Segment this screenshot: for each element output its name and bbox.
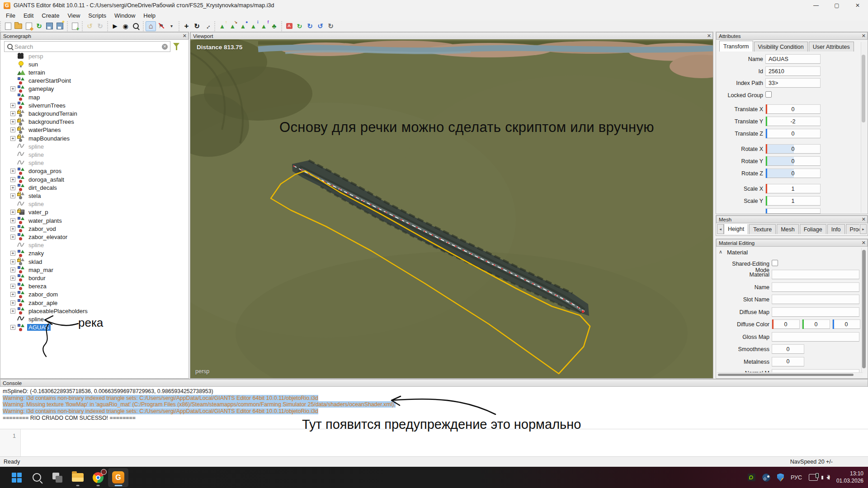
locked-group-checkbox[interactable] [765, 91, 772, 98]
expand-plus-icon[interactable]: + [10, 226, 15, 231]
tree-item-stela[interactable]: +stela [0, 192, 189, 200]
reload-user-button[interactable]: ↺ [315, 21, 326, 31]
expand-plus-icon[interactable]: + [10, 119, 15, 124]
scale-y-field[interactable]: 1 [765, 196, 821, 206]
tree-item-bereza[interactable]: +bereza [0, 282, 189, 291]
expand-plus-icon[interactable]: + [10, 86, 15, 91]
file-explorer-taskbar-button[interactable] [67, 468, 88, 487]
steam-tray-icon[interactable] [762, 474, 770, 482]
expand-plus-icon[interactable]: + [10, 284, 15, 289]
tree-item-gameplay[interactable]: +gameplay [0, 85, 189, 93]
tree-item-water_plants[interactable]: +water_plants [0, 216, 189, 225]
diffuse-color-field-2[interactable]: 0 [832, 319, 860, 329]
expand-plus-icon[interactable]: + [10, 127, 15, 132]
volume-icon[interactable] [826, 475, 830, 480]
security-shield-icon[interactable] [777, 474, 784, 482]
terrain-smooth-button[interactable]: ▲↘ [227, 21, 238, 31]
translate-tool-button[interactable]: + [181, 21, 192, 31]
frame-selected-button[interactable]: ⌂ [146, 21, 156, 31]
scale-z-field[interactable] [765, 208, 821, 214]
expand-plus-icon[interactable]: + [10, 251, 15, 256]
menu-view[interactable]: View [63, 11, 84, 20]
material-vscrollbar[interactable] [861, 248, 867, 374]
reload-button[interactable]: ↻ [34, 21, 44, 31]
menu-window[interactable]: Window [110, 11, 139, 20]
maximize-button[interactable]: ▢ [826, 0, 847, 11]
import-button[interactable] [70, 21, 80, 31]
search-taskbar-button[interactable] [27, 468, 47, 487]
tab-user-attributes[interactable]: User Attributes [809, 42, 854, 52]
tree-item-backgroundTrees[interactable]: +backgroundTrees [0, 118, 189, 126]
scale-tool-button[interactable]: ↔ [202, 21, 212, 31]
chrome-taskbar-button[interactable] [88, 468, 108, 487]
nvidia-tray-icon[interactable] [748, 474, 755, 481]
search-clear-icon[interactable]: ✕ [162, 44, 168, 50]
tree-item-map_mar[interactable]: +map_mar [0, 266, 189, 274]
redo-button[interactable]: ↻ [95, 21, 105, 31]
tree-item-map[interactable]: map [0, 93, 189, 101]
tree-item-spline[interactable]: spline [0, 200, 189, 208]
filter-funnel-icon[interactable] [173, 43, 179, 47]
expand-plus-icon[interactable]: + [10, 267, 15, 272]
clock[interactable]: 13:10 01.03.2026 [836, 470, 863, 484]
attributes-scrollbar[interactable] [861, 42, 866, 213]
network-icon[interactable] [809, 474, 818, 481]
material-field[interactable] [772, 270, 859, 279]
viewport-close-icon[interactable]: ✕ [707, 33, 711, 39]
smoothness-field[interactable]: 0 [772, 344, 804, 354]
new-file-button[interactable] [3, 21, 13, 31]
expand-plus-icon[interactable]: + [10, 276, 15, 281]
viewport-3d-scene[interactable] [190, 39, 713, 378]
expand-plus-icon[interactable]: + [10, 177, 15, 182]
tree-item-vater_p[interactable]: +vater_p [0, 208, 189, 216]
terrain-paint-button[interactable]: ▲● [238, 21, 248, 31]
metalness-field[interactable]: 0 [772, 357, 804, 366]
mesh-tabs-right-arrow[interactable]: ▸ [860, 224, 867, 234]
tree-item-mapBoundaries[interactable]: +mapBoundaries [0, 134, 189, 142]
mesh-close-icon[interactable]: ✕ [862, 216, 866, 222]
expand-plus-icon[interactable]: + [10, 185, 15, 190]
mesh-tab-foliage[interactable]: Foliage [800, 224, 826, 234]
edit-notes-button[interactable] [24, 21, 34, 31]
rotate-tool-button[interactable]: ↻ [192, 21, 202, 31]
tree-item-zabor_vod[interactable]: +zabor_vod [0, 225, 189, 233]
translate-x-field[interactable]: 0 [765, 104, 821, 114]
hide-flags-button[interactable]: ⚑ [156, 21, 166, 31]
expand-plus-icon[interactable]: + [10, 210, 15, 215]
mesh-tab-info[interactable]: Info [827, 224, 845, 234]
mesh-tab-mesh[interactable]: Mesh [777, 224, 799, 234]
start-taskbar-button[interactable] [6, 468, 27, 487]
tree-item-waterPlanes[interactable]: +waterPlanes [0, 126, 189, 134]
tree-item-spline[interactable]: spline [0, 150, 189, 159]
diffuse-map-field[interactable] [772, 307, 859, 317]
mesh-tabs-left-arrow[interactable]: ◂ [717, 224, 724, 234]
scenegraph-close-icon[interactable]: ✕ [183, 33, 187, 39]
tree-item-doroga_pros[interactable]: +doroga_pros [0, 167, 189, 175]
expand-plus-icon[interactable]: + [10, 218, 15, 223]
tree-item-spline[interactable]: spline [0, 142, 189, 150]
play-button[interactable]: ▶ [110, 21, 120, 31]
expand-plus-icon[interactable]: + [10, 325, 15, 330]
name-field[interactable] [772, 282, 859, 292]
expand-plus-icon[interactable]: + [10, 169, 15, 174]
tree-item-backgroundTerrain[interactable]: +backgroundTerrain [0, 109, 189, 117]
save-button[interactable] [44, 21, 55, 31]
giants-editor-taskbar-button[interactable]: G [108, 468, 128, 487]
terrain-foliage-button[interactable]: ▲f [259, 21, 269, 31]
expand-plus-icon[interactable]: + [10, 136, 15, 141]
rotate-x-field[interactable]: 0 [765, 144, 821, 154]
expand-plus-icon[interactable]: + [10, 300, 15, 305]
mesh-tab-procedura[interactable]: Procedura [846, 224, 859, 234]
mesh-tab-height[interactable]: Height [724, 224, 748, 234]
terrain-info-button[interactable]: ▲i [248, 21, 259, 31]
index-path-field[interactable]: 33> [765, 78, 821, 88]
render-toggle-button[interactable]: ◉ [120, 21, 131, 31]
tree-item-careerStartPoint[interactable]: careerStartPoint [0, 77, 189, 85]
rotate-y-field[interactable]: 0 [765, 156, 821, 166]
tree-item-spline[interactable]: spline [0, 159, 189, 167]
tree-item-znaky[interactable]: +znaky [0, 249, 189, 258]
search-input[interactable]: Search ✕ [4, 41, 170, 52]
material-section-row[interactable]: ∧ Material [720, 249, 748, 256]
menu-edit[interactable]: Edit [19, 11, 38, 20]
reload-doc-button[interactable]: ↻ [326, 21, 336, 31]
